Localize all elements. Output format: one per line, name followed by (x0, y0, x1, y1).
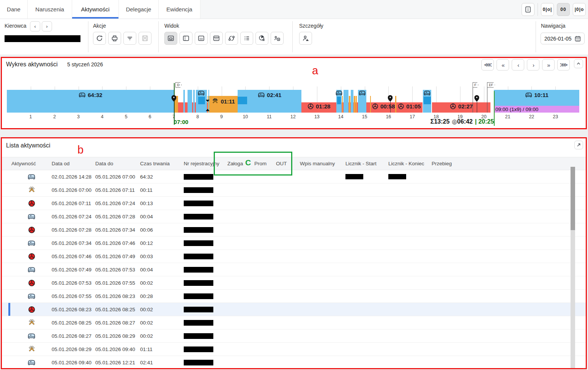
view-calendar-button[interactable] (210, 32, 223, 45)
chart-segment-avail[interactable] (424, 97, 431, 104)
bed-marker (358, 90, 366, 97)
chart-nav-prev-week[interactable]: « (497, 59, 509, 71)
chart-segment-work[interactable] (356, 96, 357, 113)
table-row[interactable]: 05.01.2026 07:3405.01.2026 07:4600:12 (2, 237, 586, 250)
chart-segment-avail[interactable] (198, 97, 205, 104)
cell-data-od: 05.01.2026 08:25 (52, 320, 95, 326)
table-row[interactable]: 05.01.2026 07:1105.01.2026 07:2400:13 (2, 197, 586, 210)
table-row[interactable]: 05.01.2026 07:2805.01.2026 07:3400:06 (2, 223, 586, 237)
column-header-data-do[interactable]: Data do (95, 161, 140, 166)
view-piechart-button[interactable] (255, 32, 268, 45)
expand-list-button[interactable] (574, 141, 583, 149)
chart-segment-avail[interactable] (337, 97, 341, 104)
annotation-b: b (77, 144, 84, 156)
chart-segment-rest[interactable] (188, 90, 192, 113)
column-header-wpis-manualny[interactable]: Wpis manualny (300, 161, 345, 166)
activity-timeline[interactable]: 64:3201:1102:4101:2800:5801:0502:2710:11… (7, 90, 579, 113)
next-driver-button[interactable]: › (42, 21, 52, 31)
chart-nav-first-day[interactable]: ⋘ (481, 59, 494, 71)
save-icon (142, 35, 148, 42)
chart-nav-prev-day[interactable]: ‹ (512, 59, 524, 71)
table-row[interactable]: 05.01.2026 08:2505.01.2026 08:2700:02 (2, 316, 586, 329)
toolbar: Kierowca ‹ › Akcje Widok Szczegóły Nawig… (0, 19, 588, 55)
tab-aktywności[interactable]: Aktywności (72, 0, 119, 19)
view-grid-button[interactable] (195, 32, 208, 45)
resize-grip[interactable]: .:: (583, 366, 587, 370)
chart-segment-work[interactable] (354, 96, 355, 113)
view-route-icon (228, 35, 235, 42)
save-button[interactable] (139, 32, 151, 45)
flag-d: D (175, 82, 182, 88)
column-header-licznik-start[interactable]: Licznik - Start (345, 161, 388, 166)
date-navigator[interactable]: 2026-01-05 (541, 33, 585, 44)
column-header-aktywność[interactable]: Aktywność (11, 161, 52, 166)
cell-data-do: 05.01.2026 12:21 (95, 360, 140, 365)
cell-nr-rejestracyjny (184, 227, 227, 233)
table-row[interactable]: 05.01.2026 08:2905.01.2026 09:4001:11 (2, 343, 586, 356)
table-row[interactable]: 05.01.2026 08:2705.01.2026 08:2900:02 (2, 329, 586, 343)
info-panel-button[interactable] (522, 3, 534, 16)
view-standard-button[interactable] (164, 32, 177, 45)
table-row[interactable]: 05.01.2026 07:2405.01.2026 07:2800:04 (2, 210, 586, 223)
filter-button[interactable] (123, 32, 136, 45)
view-route-button[interactable] (225, 32, 238, 45)
cell-licznik-koniec (388, 174, 432, 179)
chart-segment-work[interactable] (370, 96, 371, 113)
table-row[interactable]: 05.01.2026 07:5505.01.2026 08:2300:28 (2, 290, 586, 303)
hour-label: 1 (29, 114, 32, 119)
chart-segment-rest[interactable] (351, 90, 353, 113)
chart-segment-work[interactable] (349, 96, 350, 113)
rest-bed-icon (27, 293, 36, 299)
flag-σf: ΣF (487, 82, 495, 88)
location-pin[interactable] (474, 95, 479, 103)
chart-nav-next-week[interactable]: » (542, 59, 555, 71)
cell-data-od: 05.01.2026 07:46 (52, 254, 95, 259)
chart-segment-avail[interactable] (238, 97, 247, 104)
table-row[interactable]: 05.01.2026 07:4605.01.2026 07:4900:03 (2, 250, 586, 263)
prev-driver-button[interactable]: ‹ (30, 21, 40, 31)
chart-segment-drive[interactable] (178, 102, 183, 113)
table-row[interactable]: 05.01.2026 09:4005.01.2026 12:2102:41 (2, 356, 586, 368)
view-driver-time-button[interactable] (271, 32, 284, 45)
layout-toggle-1[interactable]: 00 (557, 3, 570, 16)
layout-toggle-0[interactable]: 0|o| (541, 3, 554, 16)
table-row[interactable]: 05.01.2026 07:4905.01.2026 07:5300:04 (2, 263, 586, 276)
table-row[interactable]: 05.01.2026 07:5305.01.2026 07:5500:02 (2, 276, 586, 290)
tab-dane[interactable]: Dane (0, 0, 28, 19)
table-row[interactable]: 05.01.2026 07:0005.01.2026 07:1100:11 (2, 183, 586, 197)
collapse-chart-button[interactable] (574, 59, 583, 68)
driver-details-button[interactable] (299, 32, 312, 45)
chart-segment-work[interactable] (342, 96, 343, 113)
chevron-glyph: › (533, 62, 534, 68)
location-pin[interactable] (171, 95, 176, 103)
column-header-licznik-koniec[interactable]: Licznik - Koniec (388, 161, 432, 166)
table-row[interactable]: 02.01.2026 14:2805.01.2026 07:0064:32 (2, 170, 586, 183)
print-button[interactable] (108, 32, 121, 45)
tab-ewidencja[interactable]: Ewidencja (159, 0, 200, 19)
hour-label: 11 (267, 114, 272, 119)
tab-delegacje[interactable]: Delegacje (119, 0, 159, 19)
flag-f: F (473, 82, 479, 88)
location-pin[interactable] (388, 95, 393, 103)
view-calendar-icon (213, 35, 220, 42)
table-row[interactable]: 05.01.2026 08:2305.01.2026 08:2500:02 (2, 303, 586, 316)
drive-duration-label: 01:05 (398, 103, 421, 110)
column-header-data-od[interactable]: Data od (52, 161, 95, 166)
cell-nr-rejestracyjny (184, 267, 227, 273)
chart-nav-last-day[interactable]: ⋙ (557, 59, 570, 71)
view-sidepanel-button[interactable] (180, 32, 192, 45)
view-list-button[interactable] (240, 32, 253, 45)
refresh-button[interactable] (93, 32, 106, 45)
layout-toggle-2[interactable]: |0|o (573, 3, 586, 16)
refresh-icon (96, 35, 103, 42)
cell-nr-rejestracyjny (184, 201, 227, 206)
tab-naruszenia[interactable]: Naruszenia (28, 0, 72, 19)
chart-nav-next-day[interactable]: › (527, 59, 539, 71)
scrollbar-thumb[interactable] (571, 167, 575, 230)
column-header-przebieg[interactable]: Przebieg (432, 161, 485, 166)
night-rest-label: 09:00 (1x9) / 09:00 (495, 107, 538, 112)
column-header-czas-trwania[interactable]: Czas trwania (140, 161, 184, 166)
cell-data-do: 05.01.2026 07:53 (95, 267, 140, 273)
chart-segment-rest[interactable] (344, 90, 348, 113)
rest-bed-icon (525, 92, 532, 98)
